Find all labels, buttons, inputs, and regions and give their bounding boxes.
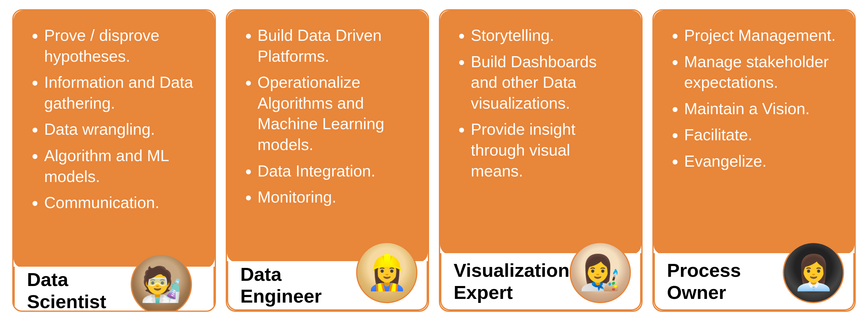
- card-item-data-scientist-0: Prove / disprove hypotheses.: [44, 25, 199, 66]
- card-item-data-engineer-2: Data Integration.: [258, 161, 412, 182]
- card-item-process-owner-3: Facilitate.: [684, 125, 839, 145]
- card-visualization-expert: Storytelling.Build Dashboards and other …: [439, 9, 643, 312]
- card-body-data-engineer: Build Data Driven Platforms.Operationali…: [227, 10, 428, 262]
- card-item-data-scientist-1: Information and Data gathering.: [44, 72, 199, 114]
- card-title-visualization-expert: Visualization Expert: [454, 259, 569, 303]
- card-body-visualization-expert: Storytelling.Build Dashboards and other …: [440, 10, 641, 255]
- card-list-visualization-expert: Storytelling.Build Dashboards and other …: [456, 25, 625, 181]
- card-item-process-owner-1: Manage stakeholder expectations.: [684, 52, 839, 93]
- card-item-visualization-expert-2: Provide insight through visual means.: [471, 119, 625, 181]
- card-item-process-owner-2: Maintain a Vision.: [684, 98, 839, 119]
- card-process-owner: Project Management.Manage stakeholder ex…: [652, 9, 856, 312]
- card-footer-visualization-expert: Visualization Expert: [440, 253, 641, 311]
- card-body-data-scientist: Prove / disprove hypotheses.Information …: [13, 10, 215, 268]
- card-title-data-engineer: Data Engineer: [241, 263, 322, 307]
- card-item-data-scientist-4: Communication.: [44, 193, 199, 213]
- card-data-engineer: Build Data Driven Platforms.Operationali…: [226, 9, 429, 312]
- card-item-process-owner-0: Project Management.: [684, 25, 839, 46]
- visualization-expert-avatar: [569, 242, 631, 303]
- card-item-visualization-expert-0: Storytelling.: [471, 25, 625, 46]
- card-item-visualization-expert-1: Build Dashboards and other Data visualiz…: [471, 52, 625, 114]
- card-footer-data-scientist: Data Scientist: [13, 267, 215, 312]
- card-item-data-engineer-3: Monitoring.: [258, 187, 412, 208]
- card-list-data-engineer: Build Data Driven Platforms.Operationali…: [243, 25, 412, 208]
- card-item-data-engineer-1: Operationalize Algorithms and Machine Le…: [258, 72, 412, 155]
- card-title-process-owner: Process Owner: [667, 259, 741, 303]
- cards-container: Prove / disprove hypotheses.Information …: [12, 9, 856, 312]
- card-list-data-scientist: Prove / disprove hypotheses.Information …: [29, 25, 199, 213]
- data-scientist-avatar: [131, 254, 192, 312]
- card-item-process-owner-4: Evangelize.: [684, 151, 839, 172]
- card-item-data-engineer-0: Build Data Driven Platforms.: [258, 25, 412, 66]
- card-list-process-owner: Project Management.Manage stakeholder ex…: [670, 25, 839, 172]
- card-body-process-owner: Project Management.Manage stakeholder ex…: [654, 10, 855, 255]
- card-item-data-scientist-2: Data wrangling.: [44, 119, 199, 140]
- card-item-data-scientist-3: Algorithm and ML models.: [44, 145, 199, 187]
- process-owner-avatar: [783, 242, 844, 303]
- card-title-data-scientist: Data Scientist: [27, 268, 106, 312]
- card-footer-process-owner: Process Owner: [654, 253, 855, 311]
- card-data-scientist: Prove / disprove hypotheses.Information …: [12, 9, 216, 312]
- data-engineer-avatar: [356, 242, 417, 303]
- card-footer-data-engineer: Data Engineer: [227, 261, 428, 311]
